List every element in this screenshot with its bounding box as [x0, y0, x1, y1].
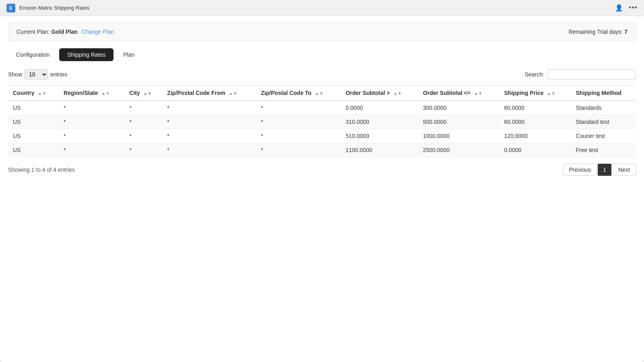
sort-icon-zip-from: ▲▼	[229, 91, 237, 96]
cell-5: 1100.0000	[341, 143, 418, 157]
cell-6: 300.0000	[418, 101, 500, 115]
cell-8: Free test	[571, 143, 636, 157]
cell-1: *	[59, 101, 124, 115]
title-bar: E Emizen Matrix Shipping Rates 👤 •••	[0, 0, 644, 16]
sort-icon-subtotal-lte: ▲▼	[474, 91, 483, 96]
search-bar: Search:	[525, 69, 636, 80]
entries-select[interactable]: 10 25 50 100	[25, 69, 48, 80]
remaining-trial-label: Remaining Trial days:	[569, 29, 623, 35]
cell-1: *	[59, 129, 124, 143]
col-zip-to[interactable]: Zip/Postal Code To ▲▼	[256, 86, 341, 101]
change-plan-link[interactable]: Change Plan	[82, 29, 114, 35]
current-plan-label: Current Plan:	[17, 29, 50, 35]
cell-0: US	[8, 101, 59, 115]
tab-plan[interactable]: Plan	[115, 48, 142, 61]
sort-icon-region: ▲▼	[101, 91, 110, 96]
title-bar-right: 👤 •••	[615, 4, 638, 12]
col-shipping-price[interactable]: Shipping Price ▲▼	[500, 86, 571, 101]
cell-5: 310.0000	[341, 115, 418, 129]
menu-icon[interactable]: •••	[629, 4, 638, 12]
cell-5: 510.0000	[341, 129, 418, 143]
table-row: US****0.0000300.000060.0000Standards	[8, 101, 636, 115]
cell-7: 120.0000	[500, 129, 571, 143]
cell-0: US	[8, 115, 59, 129]
title-bar-left: E Emizen Matrix Shipping Rates	[6, 4, 89, 12]
app-icon: E	[6, 4, 15, 12]
sort-icon-price: ▲▼	[547, 91, 555, 96]
cell-1: *	[59, 143, 124, 157]
sort-icon-country: ▲▼	[38, 91, 47, 96]
col-city[interactable]: City ▲▼	[124, 86, 162, 101]
sort-icon-zip-to: ▲▼	[315, 91, 324, 96]
showing-entries-text: Showing 1 to 4 of 4 entries	[8, 167, 75, 173]
table-header-row: Country ▲▼ Region/State ▲▼ City ▲▼ Zip/P…	[8, 86, 636, 101]
cell-8: Standard test	[571, 115, 636, 129]
cell-2: *	[124, 115, 162, 129]
col-order-subtotal-gt[interactable]: Order Subtotal > ▲▼	[341, 86, 418, 101]
sort-icon-subtotal-gt: ▲▼	[393, 91, 402, 96]
content-area: Current Plan: Gold Plan Change Plan Rema…	[0, 16, 644, 362]
app-title: Emizen Matrix Shipping Rates	[19, 5, 89, 11]
cell-4: *	[256, 129, 341, 143]
col-zip-from[interactable]: Zip/Postal Code From ▲▼	[162, 86, 256, 101]
cell-1: *	[59, 115, 124, 129]
col-country[interactable]: Country ▲▼	[8, 86, 59, 101]
cell-3: *	[162, 115, 256, 129]
cell-4: *	[256, 101, 341, 115]
remaining-days: 7	[624, 29, 627, 35]
cell-4: *	[256, 143, 341, 157]
plan-name: Gold Plan	[51, 29, 77, 35]
sort-icon-city: ▲▼	[143, 91, 152, 96]
cell-6: 2500.0000	[418, 143, 500, 157]
search-input[interactable]	[547, 69, 636, 80]
next-button[interactable]: Next	[612, 164, 636, 176]
cell-7: 0.0000	[500, 143, 571, 157]
trial-info: Remaining Trial days: 7	[569, 29, 627, 35]
table-row: US****1100.00002500.00000.0000Free test	[8, 143, 636, 157]
search-label: Search:	[525, 71, 544, 78]
col-order-subtotal-lte[interactable]: Order Subtotal <= ▲▼	[418, 86, 500, 101]
cell-2: *	[124, 143, 162, 157]
tab-configuration[interactable]: Configuration	[8, 48, 58, 61]
tabs: Configuration Shipping Rates Plan	[8, 48, 636, 61]
cell-2: *	[124, 101, 162, 115]
plan-bar: Current Plan: Gold Plan Change Plan Rema…	[8, 23, 636, 41]
plan-info: Current Plan: Gold Plan Change Plan	[17, 29, 114, 35]
table-row: US****310.0000500.000060.0000Standard te…	[8, 115, 636, 129]
cell-8: Courier test	[571, 129, 636, 143]
cell-7: 60.0000	[500, 115, 571, 129]
cell-6: 1000.0000	[418, 129, 500, 143]
show-label: Show	[8, 71, 22, 78]
user-icon[interactable]: 👤	[615, 4, 623, 12]
table-row: US****510.00001000.0000120.0000Courier t…	[8, 129, 636, 143]
show-entries: Show 10 25 50 100 entries	[8, 69, 67, 80]
tab-shipping-rates[interactable]: Shipping Rates	[59, 48, 114, 61]
col-region-state[interactable]: Region/State ▲▼	[59, 86, 124, 101]
cell-4: *	[256, 115, 341, 129]
cell-2: *	[124, 129, 162, 143]
table-controls: Show 10 25 50 100 entries Search:	[8, 69, 636, 80]
table-footer: Showing 1 to 4 of 4 entries Previous 1 N…	[8, 164, 636, 176]
cell-6: 500.0000	[418, 115, 500, 129]
col-shipping-method: Shipping Method	[571, 86, 636, 101]
shipping-rates-table: Country ▲▼ Region/State ▲▼ City ▲▼ Zip/P…	[8, 85, 636, 157]
cell-3: *	[162, 129, 256, 143]
pagination: Previous 1 Next	[563, 164, 636, 176]
cell-7: 60.0000	[500, 101, 571, 115]
current-page[interactable]: 1	[598, 164, 611, 176]
previous-button[interactable]: Previous	[563, 164, 597, 176]
cell-5: 0.0000	[341, 101, 418, 115]
cell-0: US	[8, 129, 59, 143]
cell-8: Standards	[571, 101, 636, 115]
cell-3: *	[162, 101, 256, 115]
cell-3: *	[162, 143, 256, 157]
cell-0: US	[8, 143, 59, 157]
entries-label: entries	[50, 71, 67, 78]
